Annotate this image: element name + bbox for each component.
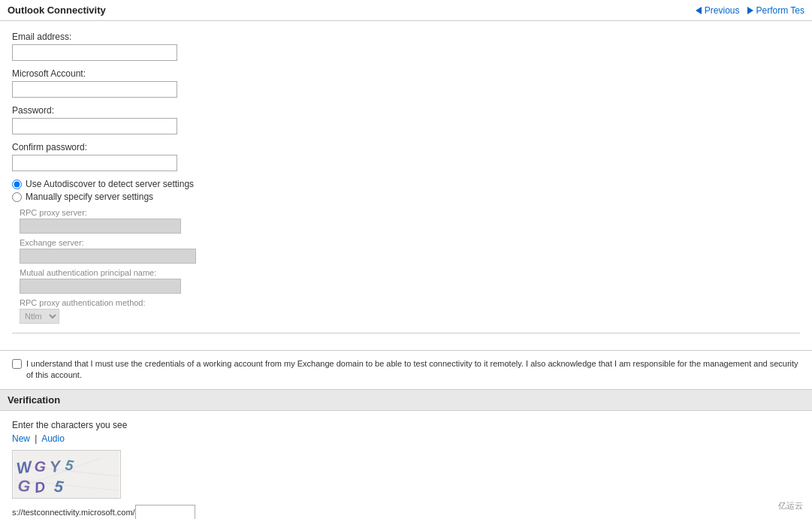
verify-url-label: s://testconnectivity.microsoft.com/ [12,508,135,517]
previous-label: Previous [705,5,740,16]
perform-test-icon [747,7,753,14]
radio-manual-label[interactable]: Manually specify server settings [12,192,800,202]
exchange-server-label: Exchange server: [20,238,800,247]
perform-test-label: Perform Tes [756,5,804,16]
radio-autodiscover[interactable] [12,180,22,189]
link-separator: | [35,433,37,444]
mutual-auth-input [20,279,181,294]
previous-icon [696,7,702,14]
confirm-password-group: Confirm password: [12,142,800,171]
audio-captcha-link[interactable]: Audio [41,433,65,444]
agreement-row: I understand that I must use the credent… [0,351,812,390]
verification-body: Enter the characters you see New | Audio… [0,411,812,519]
disabled-fields-section: RPC proxy server: Exchange server: Mutua… [12,208,800,324]
email-label: Email address: [12,32,800,42]
verification-title: Verification [8,394,60,406]
password-input[interactable] [12,118,177,134]
rpc-proxy-label: RPC proxy server: [20,208,800,217]
rpc-auth-method-select: Ntlm Basic [20,309,59,324]
top-bar: Outlook Connectivity Previous Perform Te… [0,0,812,21]
password-group: Password: [12,105,800,134]
radio-autodiscover-label[interactable]: Use Autodiscover to detect server settin… [12,179,800,189]
form-section: Email address: Microsoft Account: Passwo… [0,21,812,351]
confirm-password-label: Confirm password: [12,142,800,152]
form-divider [12,333,800,333]
microsoft-account-group: Microsoft Account: [12,68,800,98]
top-bar-actions: Previous Perform Tes [696,5,804,16]
confirm-password-input[interactable] [12,155,177,171]
perform-test-button[interactable]: Perform Tes [747,5,804,16]
radio-manual[interactable] [12,192,22,202]
email-input[interactable] [12,44,177,61]
previous-button[interactable]: Previous [696,5,740,16]
verify-code-input[interactable] [135,505,195,519]
agreement-checkbox[interactable] [12,359,22,369]
watermark: 亿运云 [775,499,806,513]
verification-section: Verification Enter the characters you se… [0,390,812,519]
server-settings-radio-group: Use Autodiscover to detect server settin… [12,179,800,202]
mutual-auth-label: Mutual authentication principal name: [20,268,800,277]
exchange-server-input [20,249,196,264]
page-title: Outlook Connectivity [8,5,106,16]
rpc-auth-method-label: RPC proxy authentication method: [20,298,800,307]
verify-url-row: s://testconnectivity.microsoft.com/ [12,505,800,519]
agreement-label: I understand that I must use the credent… [26,358,800,382]
rpc-proxy-input [20,219,181,234]
microsoft-account-label: Microsoft Account: [12,68,800,79]
microsoft-account-input[interactable] [12,81,177,98]
new-captcha-link[interactable]: New [12,433,30,444]
verify-instruction: Enter the characters you see [12,420,800,430]
email-group: Email address: [12,32,800,61]
captcha-image: W G Y 5 G D 5 [12,450,121,499]
verification-header: Verification [0,390,812,411]
verify-links: New | Audio [12,433,800,444]
password-label: Password: [12,105,800,116]
svg-text:G: G [34,457,47,475]
